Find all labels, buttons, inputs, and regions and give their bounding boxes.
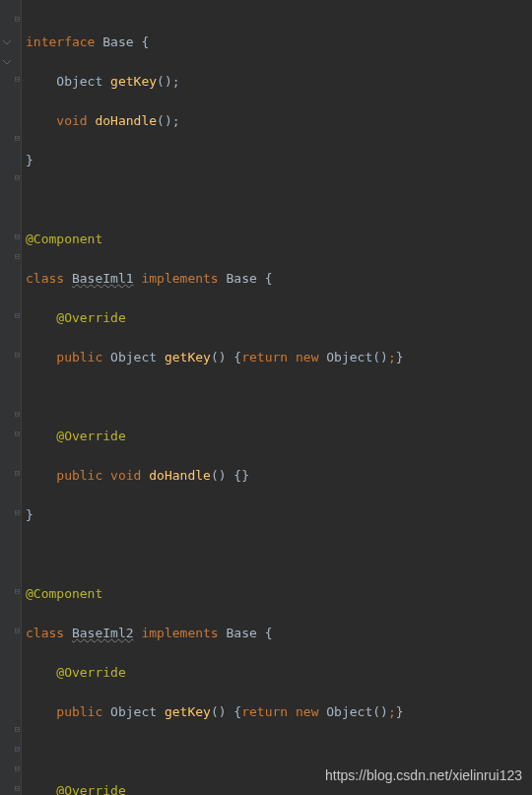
fold-icon[interactable]: ⊟ bbox=[13, 14, 22, 23]
impl-icon[interactable] bbox=[2, 33, 14, 45]
code-editor[interactable]: interface Base { Object getKey(); void d… bbox=[26, 13, 532, 795]
code-line: @Component bbox=[26, 230, 532, 249]
code-line: public void doHandle() {} bbox=[26, 466, 532, 486]
impl-icon[interactable] bbox=[2, 53, 14, 65]
code-line: interface Base { bbox=[26, 33, 532, 52]
fold-icon[interactable]: ⊟ bbox=[13, 350, 22, 359]
code-line: class BaseIml2 implements Base { bbox=[26, 624, 532, 643]
fold-icon[interactable]: ⊟ bbox=[13, 133, 22, 142]
fold-close-icon[interactable]: ⊟ bbox=[13, 763, 22, 772]
code-line: Object getKey(); bbox=[26, 72, 532, 92]
fold-close-icon[interactable]: ⊟ bbox=[13, 74, 22, 83]
fold-close-icon[interactable]: ⊟ bbox=[13, 783, 22, 792]
code-line: void doHandle(); bbox=[26, 111, 532, 131]
fold-close-icon[interactable]: ⊟ bbox=[13, 429, 22, 437]
fold-icon[interactable]: ⊟ bbox=[13, 507, 22, 516]
fold-icon[interactable]: ⊟ bbox=[13, 586, 22, 595]
fold-icon[interactable]: ⊟ bbox=[13, 724, 22, 733]
code-line: public Object getKey() {return new Objec… bbox=[26, 348, 532, 367]
fold-icon[interactable]: ⊟ bbox=[13, 744, 22, 753]
fold-icon[interactable]: ⊟ bbox=[13, 310, 22, 319]
editor-gutter: ⊟ ⊟ ⊟ ⊟ ⊟ ⊟ ⊟ ⊟ ⊟ ⊟ ⊟ ⊟ ⊟ ⊟ ⊟ ⊟ ⊟ ⊟ bbox=[0, 0, 22, 795]
fold-icon[interactable]: ⊟ bbox=[13, 468, 22, 477]
code-line: } bbox=[26, 151, 532, 170]
fold-icon[interactable]: ⊟ bbox=[13, 172, 22, 181]
code-line: class BaseIml1 implements Base { bbox=[26, 269, 532, 289]
code-line: } bbox=[26, 505, 532, 525]
code-line: @Override bbox=[26, 308, 532, 328]
code-line: @Override bbox=[26, 663, 532, 683]
code-line: @Component bbox=[26, 584, 532, 604]
fold-icon[interactable]: ⊟ bbox=[13, 232, 22, 240]
code-line: public Object getKey() {return new Objec… bbox=[26, 702, 532, 722]
fold-close-icon[interactable]: ⊟ bbox=[13, 626, 22, 634]
fold-close-icon[interactable]: ⊟ bbox=[13, 251, 22, 260]
watermark-text: https://blog.csdn.net/xielinrui123 bbox=[325, 765, 522, 785]
fold-icon[interactable]: ⊟ bbox=[13, 409, 22, 418]
code-line: @Override bbox=[26, 427, 532, 446]
